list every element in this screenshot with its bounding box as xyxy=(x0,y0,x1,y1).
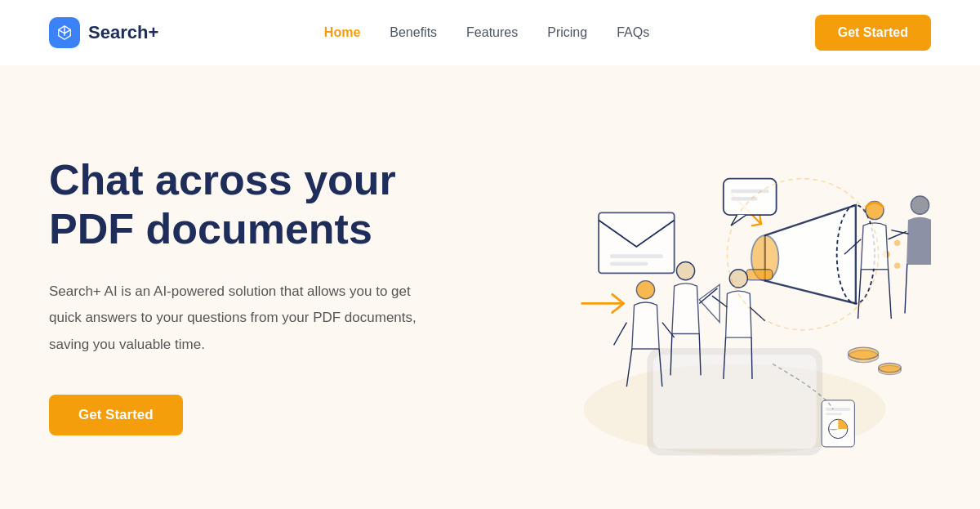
svg-point-40 xyxy=(911,196,929,214)
svg-point-26 xyxy=(676,262,694,280)
svg-point-21 xyxy=(636,281,654,299)
svg-point-13 xyxy=(894,240,900,246)
logo-area: Search+ xyxy=(49,17,158,48)
hero-title: Chat across your PDF documents xyxy=(49,156,492,254)
hero-text: Chat across your PDF documents Search+ A… xyxy=(49,156,508,435)
svg-line-24 xyxy=(613,323,626,346)
svg-line-32 xyxy=(751,337,752,379)
nav-benefits-link[interactable]: Benefits xyxy=(390,25,437,39)
svg-rect-2 xyxy=(653,355,816,449)
nav-pricing[interactable]: Pricing xyxy=(547,25,587,40)
hero-illustration xyxy=(508,114,931,477)
nav-home-link[interactable]: Home xyxy=(324,25,360,39)
svg-point-30 xyxy=(729,270,747,288)
svg-rect-19 xyxy=(731,190,768,194)
svg-rect-7 xyxy=(826,408,850,411)
svg-rect-8 xyxy=(826,413,841,415)
logo-icon xyxy=(49,17,80,48)
svg-point-48 xyxy=(878,364,901,373)
svg-line-37 xyxy=(888,270,891,319)
nav-faqs[interactable]: FAQs xyxy=(617,25,649,40)
nav-pricing-link[interactable]: Pricing xyxy=(547,25,587,39)
svg-point-46 xyxy=(848,347,878,359)
svg-point-14 xyxy=(894,262,900,268)
nav-faqs-link[interactable]: FAQs xyxy=(617,25,649,39)
hero-illustration-svg xyxy=(508,114,931,477)
svg-rect-16 xyxy=(610,254,663,258)
brand-name: Search+ xyxy=(88,22,158,43)
nav-home[interactable]: Home xyxy=(324,25,360,40)
svg-rect-17 xyxy=(610,262,648,266)
nav-benefits[interactable]: Benefits xyxy=(390,25,437,40)
get-started-button-nav[interactable]: Get Started xyxy=(815,15,931,51)
nav-features[interactable]: Features xyxy=(466,25,518,40)
svg-line-41 xyxy=(905,264,907,313)
svg-line-36 xyxy=(858,270,861,319)
svg-rect-18 xyxy=(723,179,776,215)
hero-section: Chat across your PDF documents Search+ A… xyxy=(0,65,980,509)
nav-links: Home Benefits Features Pricing FAQs xyxy=(324,25,649,40)
hero-description: Search+ AI is an AI-powered solution tha… xyxy=(49,279,425,358)
nav-features-link[interactable]: Features xyxy=(466,25,518,39)
navbar: Search+ Home Benefits Features Pricing F… xyxy=(0,0,980,65)
svg-rect-11 xyxy=(746,270,772,280)
get-started-button-hero[interactable]: Get Started xyxy=(49,395,183,435)
